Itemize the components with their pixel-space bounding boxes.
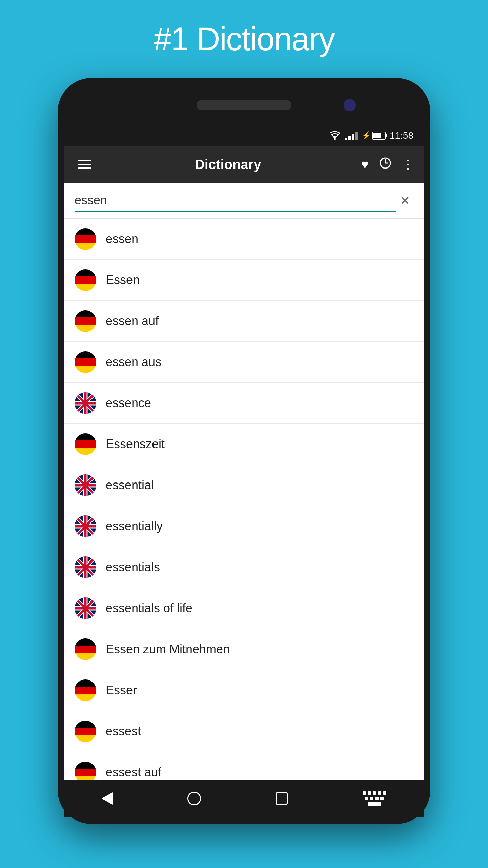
list-item[interactable]: essential: [64, 465, 424, 506]
result-word: essen: [106, 232, 138, 246]
list-item[interactable]: Essenszeit: [64, 424, 424, 465]
list-item[interactable]: essentials: [64, 547, 424, 588]
result-word: essen auf: [106, 314, 159, 328]
uk-flag-icon: [75, 392, 96, 414]
menu-line-3: [78, 167, 92, 169]
recent-apps-button[interactable]: [276, 792, 288, 805]
german-flag-icon: [75, 638, 96, 660]
list-item[interactable]: Esser: [64, 670, 424, 711]
app-bar-title: Dictionary: [105, 157, 351, 172]
result-word: Essen zum Mitnehmen: [106, 642, 230, 656]
german-flag-icon: [75, 351, 96, 373]
status-time: 11:58: [390, 130, 413, 141]
phone-screen: ⚡ 11:58 Dictionary ♥: [64, 125, 424, 780]
more-options-button[interactable]: ⋮: [402, 157, 413, 172]
result-word: essentials: [106, 560, 160, 574]
result-word: essentially: [106, 519, 163, 533]
list-item[interactable]: essest auf: [64, 752, 424, 780]
list-item[interactable]: essence: [64, 383, 424, 424]
menu-button[interactable]: [75, 157, 95, 172]
list-item[interactable]: essentials of life: [64, 588, 424, 629]
uk-flag-icon: [75, 474, 96, 496]
result-word: Essen: [106, 273, 140, 287]
uk-flag-icon: [75, 556, 96, 578]
app-bar-actions: ♥ ⋮: [361, 157, 413, 173]
signal-icon: [345, 131, 358, 140]
status-bar: ⚡ 11:58: [64, 125, 424, 146]
wifi-icon: [329, 131, 341, 140]
german-flag-icon: [75, 269, 96, 291]
phone-camera: [344, 99, 356, 111]
back-button[interactable]: [102, 792, 113, 805]
home-button[interactable]: [187, 792, 201, 805]
german-flag-icon: [75, 310, 96, 332]
lightning-icon: ⚡: [362, 131, 371, 140]
list-item[interactable]: essest: [64, 711, 424, 752]
list-item[interactable]: Essen: [64, 260, 424, 301]
phone-top-bezel: [64, 85, 424, 125]
menu-line-1: [78, 160, 92, 161]
status-icons: ⚡ 11:58: [329, 130, 413, 141]
result-word: Essenszeit: [106, 437, 165, 451]
german-flag-icon: [75, 228, 96, 250]
history-button[interactable]: [379, 157, 392, 173]
result-word: essential: [106, 478, 154, 492]
list-item[interactable]: essen auf: [64, 301, 424, 342]
german-flag-icon: [75, 679, 96, 701]
battery-container: ⚡: [362, 131, 386, 140]
svg-point-0: [334, 138, 336, 140]
keyboard-button[interactable]: [363, 791, 386, 806]
favorites-button[interactable]: ♥: [361, 157, 369, 172]
uk-flag-icon: [75, 515, 96, 537]
german-flag-icon: [75, 762, 96, 780]
result-word: essentials of life: [106, 601, 192, 615]
search-input[interactable]: [75, 190, 396, 212]
list-item[interactable]: essen aus: [64, 342, 424, 383]
search-container: ✕: [64, 183, 424, 219]
battery-fill: [373, 133, 381, 138]
page-title: #1 Dictionary: [154, 20, 334, 58]
phone-speaker: [197, 100, 291, 110]
german-flag-icon: [75, 433, 96, 455]
list-item[interactable]: Essen zum Mitnehmen: [64, 629, 424, 670]
german-flag-icon: [75, 721, 96, 742]
result-word: essen aus: [106, 355, 161, 369]
result-word: essest: [106, 724, 141, 738]
result-word: Esser: [106, 683, 137, 697]
battery-icon: [372, 132, 386, 140]
clear-button[interactable]: ✕: [396, 190, 413, 211]
menu-line-2: [78, 164, 92, 165]
result-word: essence: [106, 396, 151, 410]
app-bar: Dictionary ♥ ⋮: [64, 146, 424, 183]
results-list: essen Essen essen auf essen aus: [64, 219, 424, 780]
list-item[interactable]: essentially: [64, 506, 424, 547]
bottom-nav: [64, 780, 424, 817]
uk-flag-icon: [75, 597, 96, 619]
result-word: essest auf: [106, 765, 161, 780]
list-item[interactable]: essen: [64, 219, 424, 260]
phone-frame: ⚡ 11:58 Dictionary ♥: [58, 78, 430, 824]
